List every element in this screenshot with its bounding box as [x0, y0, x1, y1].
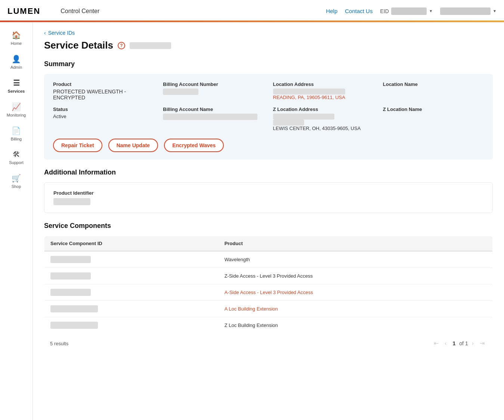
- service-components-title: Service Components: [44, 222, 493, 230]
- eid-dropdown[interactable]: EID ████████ ▼: [380, 7, 433, 15]
- pagination-row: 5 results ⇤ ‹ 1 of 1 › ⇥: [44, 334, 493, 349]
- billing-account-name-label: Billing Account Name: [163, 106, 264, 112]
- location-address-label: Location Address: [273, 81, 374, 87]
- service-component-id-cell: ██████████: [44, 251, 219, 268]
- location-address-field: Location Address ███ ████ ██ ██, ████ ██…: [273, 81, 374, 101]
- eid-value: ████████: [391, 7, 427, 15]
- additional-section-title: Additional Information: [44, 169, 493, 176]
- app-body: 🏠 Home 👤 Admin ☰ Services 📈 Monitoring 📄…: [0, 22, 504, 420]
- breadcrumb-parent-link[interactable]: Service IDs: [48, 30, 75, 36]
- monitoring-icon: 📈: [12, 102, 21, 111]
- sidebar-item-support[interactable]: 🛠 Support: [0, 146, 33, 169]
- col-service-component-id: Service Component ID: [44, 236, 219, 251]
- service-component-id-cell: ██████████: [44, 268, 219, 284]
- summary-section: Summary Product PROTECTED WAVELENGTH - E…: [44, 60, 493, 160]
- product-cell: A Loc Building Extension: [219, 301, 493, 317]
- account-dropdown[interactable]: ████████████ ▼: [440, 7, 497, 15]
- page-header: Service Details ? ██████████: [44, 40, 493, 51]
- product-label: Product: [53, 81, 154, 87]
- table-row: ████████████Z Loc Building Extension: [44, 317, 493, 334]
- status-value: Active: [53, 114, 154, 119]
- last-page-button[interactable]: ⇥: [477, 339, 487, 348]
- z-location-address-field: Z Location Address ████ ██████ ██ ██, ██…: [273, 106, 374, 131]
- sidebar-label-admin: Admin: [10, 65, 22, 70]
- results-count: 5 results: [50, 341, 68, 346]
- encrypted-waves-button[interactable]: Encrypted Waves: [164, 139, 224, 152]
- current-page: 1: [451, 340, 458, 347]
- sidebar-label-support: Support: [9, 160, 24, 165]
- sidebar-item-admin[interactable]: 👤 Admin: [0, 50, 33, 74]
- shop-icon: 🛒: [12, 174, 21, 183]
- table-row: ██████████Wavelength: [44, 251, 493, 268]
- col-product: Product: [219, 236, 493, 251]
- sidebar-item-services[interactable]: ☰ Services: [0, 74, 33, 98]
- sidebar: 🏠 Home 👤 Admin ☰ Services 📈 Monitoring 📄…: [0, 22, 33, 420]
- z-location-address-label: Z Location Address: [273, 106, 374, 112]
- location-city: READING, PA, 19605-9611, USA: [273, 95, 374, 100]
- billing-account-number-value: █████████: [163, 89, 264, 95]
- status-label: Status: [53, 106, 154, 112]
- location-address-value: ███ ████ ██ ██, ████ ████ READING, PA, 1…: [273, 89, 374, 100]
- z-location-name-field: Z Location Name: [383, 106, 484, 131]
- product-link[interactable]: A Loc Building Extension: [225, 306, 278, 312]
- action-buttons: Repair Ticket Name Update Encrypted Wave…: [53, 139, 484, 152]
- repair-ticket-button[interactable]: Repair Ticket: [53, 139, 102, 152]
- support-icon: 🛠: [13, 150, 20, 159]
- breadcrumb: ‹ Service IDs: [44, 30, 493, 36]
- summary-card: Product PROTECTED WAVELENGTH - ENCRYPTED…: [44, 74, 493, 160]
- billing-account-name-field: Billing Account Name ████████████ ████ █…: [163, 106, 264, 131]
- table-row: ████████████A Loc Building Extension: [44, 301, 493, 317]
- product-field: Product PROTECTED WAVELENGTH - ENCRYPTED: [53, 81, 154, 101]
- main-content: ‹ Service IDs Service Details ? ████████…: [33, 22, 504, 420]
- service-component-id-cell: ████████████: [44, 317, 219, 334]
- sidebar-item-home[interactable]: 🏠 Home: [0, 26, 33, 50]
- account-value: ████████████: [440, 7, 491, 15]
- service-components-section: Service Components Service Component ID …: [44, 222, 493, 349]
- name-update-button[interactable]: Name Update: [108, 139, 158, 152]
- breadcrumb-chevron-icon: ‹: [44, 30, 46, 36]
- help-link[interactable]: Help: [326, 8, 337, 14]
- product-cell: Z Loc Building Extension: [219, 317, 493, 334]
- next-page-button[interactable]: ›: [470, 339, 476, 348]
- location-name-field: Location Name: [383, 81, 484, 101]
- admin-icon: 👤: [12, 55, 21, 64]
- eid-chevron-icon: ▼: [429, 9, 433, 13]
- service-components-table: Service Component ID Product ██████████W…: [44, 236, 493, 334]
- eid-label: EID: [380, 8, 389, 14]
- sidebar-label-billing: Billing: [11, 137, 22, 141]
- sidebar-label-home: Home: [11, 41, 22, 46]
- contact-us-link[interactable]: Contact Us: [345, 8, 372, 14]
- product-link[interactable]: A-Side Access - Level 3 Provided Access: [225, 290, 313, 295]
- product-cell: A-Side Access - Level 3 Provided Access: [219, 284, 493, 301]
- first-page-button[interactable]: ⇤: [432, 339, 441, 348]
- summary-section-title: Summary: [44, 60, 493, 68]
- topbar-right: Help Contact Us EID ████████ ▼ █████████…: [326, 7, 497, 15]
- summary-grid: Product PROTECTED WAVELENGTH - ENCRYPTED…: [53, 81, 484, 131]
- services-icon: ☰: [13, 78, 20, 87]
- table-row: ██████████A-Side Access - Level 3 Provid…: [44, 284, 493, 301]
- product-cell: Z-Side Access - Level 3 Provided Access: [219, 268, 493, 284]
- pagination-controls: ⇤ ‹ 1 of 1 › ⇥: [432, 339, 487, 348]
- product-identifier-value: █████████: [53, 198, 90, 205]
- sidebar-label-shop: Shop: [12, 184, 21, 189]
- info-icon[interactable]: ?: [118, 42, 125, 49]
- sidebar-item-monitoring[interactable]: 📈 Monitoring: [0, 98, 33, 122]
- sidebar-label-services: Services: [8, 89, 25, 93]
- z-location-city: LEWIS CENTER, OH, 43035-9605, USA: [273, 126, 374, 131]
- service-id: ██████████: [130, 42, 171, 49]
- billing-account-name-value: ████████████ ████ ██████ ███: [163, 114, 264, 120]
- prev-page-button[interactable]: ‹: [442, 339, 449, 348]
- topbar: LUMEN Control Center Help Contact Us EID…: [0, 0, 504, 22]
- product-cell: Wavelength: [219, 251, 493, 268]
- location-name-label: Location Name: [383, 81, 484, 87]
- table-row: ██████████Z-Side Access - Level 3 Provid…: [44, 268, 493, 284]
- account-chevron-icon: ▼: [493, 9, 497, 13]
- page-title: Service Details: [44, 40, 113, 51]
- z-location-name-label: Z Location Name: [383, 106, 484, 112]
- logo: LUMEN: [7, 6, 40, 16]
- billing-account-number-field: Billing Account Number █████████: [163, 81, 264, 101]
- product-identifier-label: Product Identifier: [53, 190, 483, 196]
- sidebar-item-billing[interactable]: 📄 Billing: [0, 122, 33, 146]
- sidebar-item-shop[interactable]: 🛒 Shop: [0, 169, 33, 193]
- product-value: PROTECTED WAVELENGTH - ENCRYPTED: [53, 89, 154, 101]
